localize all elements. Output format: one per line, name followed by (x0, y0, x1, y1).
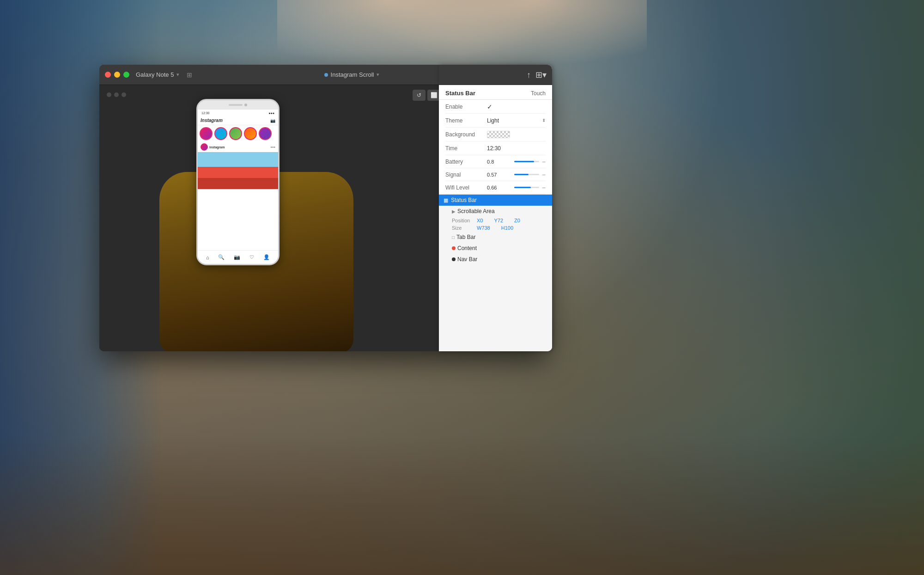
panel-enable-value: ✓ (487, 103, 546, 110)
panel-enable-label: Enable (445, 104, 487, 110)
story-row (198, 125, 278, 142)
phone-camera (244, 104, 247, 106)
story-avatar-1 (200, 127, 213, 140)
panel-battery-label: Battery (445, 159, 487, 165)
ig-username: instagram (209, 146, 225, 149)
signal-slider-track[interactable] (514, 174, 539, 175)
ig-post-image (198, 152, 278, 189)
maximize-button[interactable] (123, 72, 129, 78)
position-label: Position (452, 218, 475, 223)
tree-label-status-bar: Status Bar (451, 197, 477, 203)
layer-tree-panel: ▦ Status Bar ▶ Scrollable Area Position … (439, 195, 552, 351)
panel-top-bar: ↑ ⊞▾ (439, 65, 552, 85)
tree-item-status-bar[interactable]: ▦ Status Bar (439, 195, 552, 206)
panel-properties-section: Enable ✓ Theme Light ⬍ Background Time 1… (439, 100, 552, 195)
panel-background-swatch[interactable] (487, 131, 510, 138)
tree-item-tab-bar[interactable]: □ Tab Bar (439, 232, 552, 243)
panel-theme-value: Light (487, 117, 542, 124)
refresh-button[interactable]: ↺ (413, 90, 426, 101)
device-name: Galaxy Note 5 (136, 71, 174, 78)
tree-item-scrollable-area[interactable]: ▶ Scrollable Area (439, 206, 552, 217)
wifi-slider-track[interactable] (514, 187, 539, 188)
battery-minus[interactable]: − (542, 158, 546, 165)
right-panel: ↑ ⊞▾ Status Bar Touch Enable ✓ Theme Lig… (439, 65, 552, 351)
story-avatar-3 (229, 127, 242, 140)
title-chevron: ▾ (377, 72, 379, 78)
panel-view-button[interactable]: ⊞▾ (535, 70, 547, 80)
post-menu: ••• (270, 145, 275, 150)
device-dropdown-arrow: ▾ (176, 72, 179, 78)
window-title: Instagram Scroll (331, 71, 374, 78)
phone-speaker (229, 104, 243, 106)
tree-label-content: Content (457, 245, 477, 251)
phone-home-button (231, 264, 244, 265)
instagram-header: Instagram 📷 (198, 116, 278, 125)
phone-status-bar: 12:30 ●●● (198, 110, 278, 116)
signal-slider-fill (514, 174, 528, 175)
phone-top-bar (198, 100, 278, 110)
size-h: H100 (501, 225, 513, 231)
phone-time: 12:30 (201, 111, 210, 115)
ig-user-avatar (201, 143, 208, 151)
tree-detail-position: Position X0 Y72 Z0 (439, 217, 552, 224)
camera-icon: 📷 (270, 118, 275, 123)
search-icon-phone: 🔍 (218, 254, 225, 260)
wifi-slider-fill (514, 187, 530, 188)
profile-icon-phone: 👤 (263, 254, 270, 260)
bg-bottom (0, 436, 924, 575)
canvas-dot-2 (114, 92, 119, 97)
title-dot (324, 73, 328, 77)
size-w: W738 (477, 225, 490, 231)
screen-button[interactable]: ⬜ (427, 90, 440, 101)
panel-signal-value: 0.57 (487, 172, 511, 177)
position-y: Y72 (494, 218, 503, 223)
phone-screen: 12:30 ●●● Instagram 📷 (198, 110, 278, 250)
phone-home-area (198, 264, 278, 265)
traffic-lights (105, 72, 129, 78)
panel-time-value: 12:30 (487, 145, 546, 152)
panel-background-row: Background (445, 128, 546, 141)
status-bar-icon: ▦ (444, 197, 448, 203)
signal-minus[interactable]: − (542, 171, 546, 178)
close-button[interactable] (105, 72, 111, 78)
device-selector[interactable]: Galaxy Note 5 ▾ ⊞ (136, 71, 192, 79)
story-avatar-2 (214, 127, 227, 140)
panel-theme-row: Theme Light ⬍ (445, 114, 546, 128)
tree-label-nav-bar: Nav Bar (457, 256, 477, 263)
panel-theme-dropdown[interactable]: Light ⬍ (487, 117, 546, 124)
camera-icon-phone: 📷 (234, 254, 240, 260)
panel-wifi-row: Wifi Level 0.66 − (445, 181, 546, 194)
canvas-dot-3 (122, 92, 126, 97)
panel-signal-row: Signal 0.57 − (445, 168, 546, 181)
phone-wrapper: 12:30 ●●● Instagram 📷 (196, 99, 280, 265)
theme-dropdown-arrow: ⬍ (542, 118, 546, 123)
instagram-logo: Instagram (201, 118, 223, 123)
size-label: Size (452, 225, 475, 231)
panel-wifi-label: Wifi Level (445, 184, 487, 191)
tab-bar-icon: □ (452, 235, 455, 240)
panel-share-button[interactable]: ↑ (527, 70, 531, 80)
panel-touch-label: Touch (531, 90, 546, 97)
panel-enable-row: Enable ✓ (445, 100, 546, 114)
heart-icon-phone: ♡ (249, 254, 254, 260)
panel-theme-label: Theme (445, 117, 487, 124)
position-x: X0 (477, 218, 483, 223)
panel-top-icons: ↑ ⊞▾ (527, 70, 547, 80)
position-z: Z0 (514, 218, 520, 223)
panel-wifi-value: 0.66 (487, 185, 511, 190)
phone-bottom-bar: ⌂ 🔍 📷 ♡ 👤 (198, 250, 278, 264)
battery-slider-fill (514, 161, 534, 162)
tree-item-content[interactable]: Content (439, 243, 552, 254)
minimize-button[interactable] (114, 72, 120, 78)
panel-battery-value: 0.8 (487, 159, 511, 165)
tree-item-nav-bar[interactable]: Nav Bar (439, 254, 552, 265)
panel-background-label: Background (445, 131, 487, 138)
battery-slider-track[interactable] (514, 161, 539, 162)
story-avatar-4 (244, 127, 257, 140)
canvas-dots (107, 92, 126, 97)
scrollable-expand-icon: ▶ (452, 209, 456, 214)
ig-user-left: instagram (201, 143, 225, 151)
canvas-dot-1 (107, 92, 111, 97)
wifi-minus[interactable]: − (542, 184, 546, 191)
panel-battery-row: Battery 0.8 − (445, 155, 546, 168)
